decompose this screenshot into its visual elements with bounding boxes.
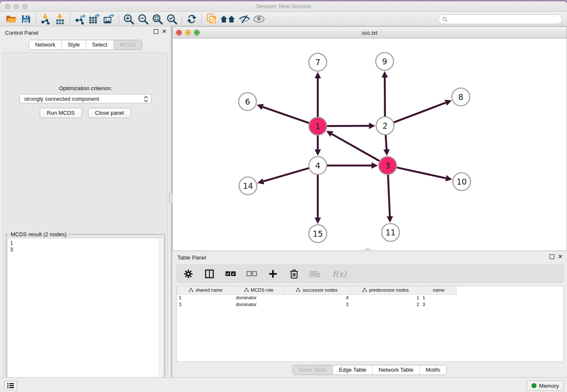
mcds-result-title: MCDS result (2 nodes) (9, 231, 68, 237)
edge-4-14[interactable] (263, 168, 308, 181)
edge-1-2[interactable] (327, 126, 369, 126)
node-label-4: 4 (315, 161, 320, 170)
memory-label: Memory (539, 383, 559, 389)
cyndex-icon[interactable] (204, 13, 219, 25)
edge-2-9[interactable] (385, 77, 385, 116)
delete-column-icon[interactable] (289, 268, 300, 279)
network-view-title: scc.txt (173, 30, 567, 36)
optimization-criterion-select[interactable]: strongly connected component (19, 94, 151, 103)
edge-2-3[interactable] (385, 135, 386, 149)
network-overview-icon[interactable] (219, 13, 237, 25)
zoom-selected-icon[interactable] (165, 13, 179, 25)
control-panel-title: Control Panel (5, 30, 39, 36)
column-type-icon (244, 288, 249, 292)
search-box (438, 14, 562, 24)
search-input[interactable] (448, 15, 561, 24)
network-window-titlebar[interactable]: ✕ − + scc.txt (173, 27, 567, 39)
tab-style[interactable]: Style (61, 40, 86, 50)
delete-table-icon[interactable] (310, 268, 321, 279)
node-label-9: 9 (382, 57, 387, 66)
export-image-icon[interactable] (102, 13, 116, 25)
close-panel-icon[interactable]: ✕ (162, 29, 167, 34)
toolbar-separator (70, 14, 70, 25)
open-session-icon[interactable] (4, 13, 19, 25)
run-mcds-button[interactable]: Run MCDS (40, 108, 82, 118)
show-panel-eye-icon[interactable] (252, 13, 266, 25)
optimization-criterion-label: Optimization criterion: (3, 85, 168, 91)
table-row[interactable]: 1 dominator 4 1 1 (177, 294, 457, 301)
tab-motifs[interactable]: Motifs (419, 365, 446, 375)
node-label-6: 6 (245, 97, 250, 106)
toolbar-separator (118, 14, 119, 25)
table-tab-group: Node Table Edge Table Network Table Moti… (292, 365, 446, 375)
toolbar-separator (201, 14, 202, 25)
node-label-15: 15 (313, 229, 323, 238)
deselect-all-icon[interactable] (246, 268, 257, 279)
column-header-predecessor-nodes[interactable]: predecessor nodes (350, 286, 421, 294)
edge-2-8[interactable] (394, 102, 446, 122)
column-header-mcds-role[interactable]: MCDS role (234, 286, 284, 294)
control-panel-tab-group: Network Style Select MCDS (29, 40, 142, 50)
node-table: shared name MCDS role successor nodes pr… (177, 286, 457, 308)
result-line: 3 (10, 246, 163, 253)
tab-network-table[interactable]: Network Table (372, 365, 419, 375)
zoom-fit-icon[interactable] (150, 13, 165, 25)
node-label-2: 2 (383, 121, 388, 130)
hide-panel-eye-icon[interactable] (237, 13, 252, 25)
node-label-1: 1 (315, 121, 320, 131)
toolbar-separator (182, 14, 182, 25)
close-table-panel-icon[interactable]: ✕ (558, 254, 563, 259)
node-label-3: 3 (385, 161, 390, 170)
show-panels-list-icon[interactable] (4, 381, 17, 390)
column-type-icon (189, 288, 193, 292)
tab-edge-table[interactable]: Edge Table (333, 365, 372, 375)
app-window: Session: New Session (0, 1, 567, 392)
save-session-icon[interactable] (19, 13, 33, 25)
tab-node-table[interactable]: Node Table (293, 365, 333, 375)
window-title: Session: New Session (0, 3, 567, 9)
node-label-7: 7 (315, 58, 320, 67)
column-header-successor-nodes[interactable]: successor nodes (284, 286, 350, 294)
zoom-out-icon[interactable] (136, 13, 150, 25)
add-column-icon[interactable] (267, 268, 278, 279)
tab-mcds[interactable]: MCDS (113, 40, 142, 50)
result-scrollbar[interactable] (159, 238, 163, 392)
tab-select[interactable]: Select (86, 40, 113, 50)
table-panel-title: Table Panel (177, 254, 206, 261)
node-label-11: 11 (385, 228, 396, 237)
table-panel: Table Panel ✕ (172, 251, 567, 377)
column-header-name[interactable]: name (421, 286, 457, 294)
float-table-panel-icon[interactable] (550, 254, 554, 259)
mcds-result-text[interactable]: 1 3 (7, 238, 164, 392)
export-table-icon[interactable] (87, 13, 102, 25)
apply-layout-icon[interactable] (184, 13, 199, 25)
tab-network[interactable]: Network (29, 40, 61, 50)
function-builder-icon[interactable]: f(x) (331, 268, 348, 279)
mcds-result-fieldset: MCDS result (2 nodes) 1 3 (6, 234, 165, 392)
mcds-panel: Optimization criterion: strongly connect… (3, 52, 168, 374)
table-row[interactable]: 3 dominator 3 2 3 (177, 301, 457, 308)
column-header-shared-name[interactable]: shared name (177, 286, 234, 294)
export-network-icon[interactable] (73, 13, 87, 25)
column-type-icon (296, 288, 300, 292)
edge-3-10[interactable] (396, 168, 446, 178)
settings-gear-icon[interactable] (183, 268, 194, 279)
select-all-icon[interactable] (225, 268, 236, 279)
memory-status-icon (531, 383, 537, 388)
float-panel-icon[interactable] (154, 29, 158, 34)
node-label-14: 14 (243, 181, 253, 190)
memory-button[interactable]: Memory (527, 381, 564, 391)
zoom-in-icon[interactable] (121, 13, 136, 25)
import-network-icon[interactable] (39, 13, 53, 25)
edge-3-11[interactable] (388, 175, 390, 216)
network-view-window: ✕ − + scc.txt 7968124314101511 (172, 26, 567, 251)
import-table-icon[interactable] (53, 13, 67, 25)
edge-1-6[interactable] (263, 107, 309, 123)
node-label-8: 8 (458, 92, 463, 102)
fx-label: f(x) (333, 269, 347, 279)
network-canvas[interactable]: 7968124314101511 (173, 39, 567, 251)
edge-3-1[interactable] (332, 134, 380, 161)
node-table-container: shared name MCDS role successor nodes pr… (176, 286, 564, 362)
show-columns-icon[interactable] (204, 268, 215, 279)
close-panel-button[interactable]: Close panel (88, 108, 132, 118)
